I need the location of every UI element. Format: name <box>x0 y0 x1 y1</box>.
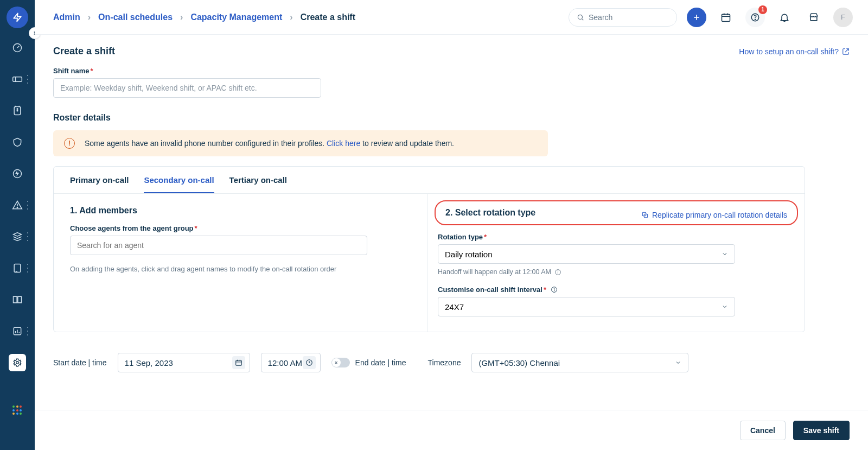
rotation-highlight: 2. Select rotation type Replicate primar… <box>435 200 798 225</box>
problems-icon[interactable] <box>9 102 26 119</box>
svg-rect-3 <box>14 107 21 115</box>
svg-point-17 <box>16 362 19 364</box>
tab-tertiary[interactable]: Tertiary on-call <box>229 167 287 193</box>
info-icon <box>554 269 561 276</box>
choose-agents-label: Choose agents from the agent group* <box>70 224 411 232</box>
handoff-hint: Handoff will happen daily at 12:00 AM <box>438 268 795 276</box>
breadcrumb: Admin › On-call schedules › Capacity Man… <box>53 12 355 22</box>
apps-launcher-icon[interactable] <box>0 405 35 415</box>
phone-warning-alert: ! Some agents have an invalid phone numb… <box>53 130 548 156</box>
global-search[interactable]: Search <box>569 8 677 27</box>
assets-icon[interactable] <box>9 228 26 245</box>
main-content: Create a shift How to setup an on-call s… <box>35 35 868 372</box>
datetime-row: Start date | time 11 Sep, 2023 12:00 AM … <box>53 353 850 372</box>
breadcrumb-admin[interactable]: Admin <box>53 12 80 22</box>
end-date-toggle[interactable]: × <box>331 358 350 367</box>
rotation-type-select[interactable]: Daily rotation <box>438 244 735 264</box>
chevron-down-icon <box>722 303 728 310</box>
start-date-label: Start date | time <box>53 358 107 367</box>
notifications-icon[interactable] <box>775 8 794 27</box>
svg-point-4 <box>17 109 18 110</box>
changes-icon[interactable] <box>9 134 26 151</box>
cancel-button[interactable]: Cancel <box>740 421 786 440</box>
page-title: Create a shift <box>53 46 115 57</box>
review-agents-link[interactable]: Click here <box>327 139 360 148</box>
svg-rect-22 <box>722 14 730 21</box>
warning-icon: ! <box>64 138 75 149</box>
interval-label: Customise on-call shift interval* <box>438 286 795 294</box>
breadcrumb-current: Create a shift <box>301 12 355 22</box>
footer: Cancel Save shift <box>35 410 868 450</box>
external-link-icon <box>842 48 850 55</box>
svg-point-18 <box>578 15 582 19</box>
shift-name-input[interactable] <box>53 78 321 98</box>
svg-rect-36 <box>235 360 241 365</box>
tab-primary[interactable]: Primary on-call <box>70 167 129 193</box>
svg-marker-9 <box>15 171 19 176</box>
replicate-link[interactable]: Replicate primary on-call rotation detai… <box>641 211 787 219</box>
alerts-icon[interactable] <box>9 197 26 214</box>
search-icon <box>577 14 584 21</box>
svg-point-27 <box>755 19 755 20</box>
contracts-icon[interactable] <box>9 259 26 277</box>
tab-secondary[interactable]: Secondary on-call <box>144 167 214 193</box>
roster-details-title: Roster details <box>53 113 850 123</box>
end-date-label: End date | time <box>355 358 406 367</box>
svg-rect-12 <box>14 264 21 272</box>
svg-point-5 <box>17 110 18 111</box>
agent-order-hint: On adding the agents, click and drag age… <box>70 265 411 273</box>
svg-line-19 <box>582 18 584 20</box>
add-members-title: 1. Add members <box>70 206 411 216</box>
rotation-title: 2. Select rotation type <box>445 208 535 218</box>
topbar: Admin › On-call schedules › Capacity Man… <box>35 0 868 35</box>
date-picker-icon[interactable] <box>232 356 245 369</box>
interval-select[interactable]: 24X7 <box>438 297 735 316</box>
svg-point-35 <box>554 288 554 289</box>
logo-icon[interactable] <box>7 7 28 28</box>
start-time-input[interactable]: 12:00 AM <box>261 353 321 372</box>
agent-search-input[interactable] <box>70 236 367 255</box>
scrollbar[interactable] <box>863 38 867 407</box>
chevron-right-icon: › <box>88 12 91 22</box>
svg-point-11 <box>17 207 17 208</box>
search-placeholder: Search <box>589 13 612 22</box>
calendar-icon[interactable] <box>716 8 736 27</box>
info-icon <box>551 286 558 293</box>
chevron-right-icon: › <box>290 12 292 22</box>
timezone-select[interactable]: (GMT+05:30) Chennai <box>471 353 688 372</box>
svg-marker-0 <box>14 14 21 22</box>
rotation-type-label: Rotation type* <box>438 233 795 241</box>
help-icon[interactable]: 1 <box>745 8 765 27</box>
breadcrumb-capacity-management[interactable]: Capacity Management <box>190 12 282 22</box>
svg-point-32 <box>558 270 558 271</box>
roster-card: Primary on-call Secondary on-call Tertia… <box>53 166 805 332</box>
rotation-panel: 2. Select rotation type Replicate primar… <box>428 194 805 332</box>
reports-icon[interactable] <box>9 322 26 340</box>
marketplace-icon[interactable] <box>804 8 824 27</box>
svg-rect-2 <box>13 77 22 81</box>
sidebar <box>0 0 35 450</box>
avatar[interactable]: F <box>833 8 853 27</box>
shift-name-label: Shift name* <box>53 67 850 75</box>
add-members-panel: 1. Add members Choose agents from the ag… <box>54 194 428 332</box>
releases-icon[interactable] <box>9 165 26 182</box>
start-date-input[interactable]: 11 Sep, 2023 <box>118 353 250 372</box>
timezone-label: Timezone <box>428 358 461 367</box>
tabs: Primary on-call Secondary on-call Tertia… <box>54 167 805 194</box>
help-link[interactable]: How to setup an on-call shift? <box>739 47 850 56</box>
copy-icon <box>641 211 649 219</box>
solutions-icon[interactable] <box>9 291 26 308</box>
settings-icon[interactable] <box>9 354 26 371</box>
chevron-down-icon <box>675 359 681 366</box>
breadcrumb-oncall-schedules[interactable]: On-call schedules <box>98 12 173 22</box>
tickets-icon[interactable] <box>9 71 26 88</box>
time-picker-icon[interactable] <box>303 356 316 369</box>
dashboard-icon[interactable] <box>9 39 26 56</box>
chevron-right-icon: › <box>180 12 183 22</box>
save-button[interactable]: Save shift <box>793 421 850 440</box>
new-button[interactable] <box>687 8 706 27</box>
help-badge: 1 <box>758 5 767 14</box>
chevron-down-icon <box>722 251 728 257</box>
